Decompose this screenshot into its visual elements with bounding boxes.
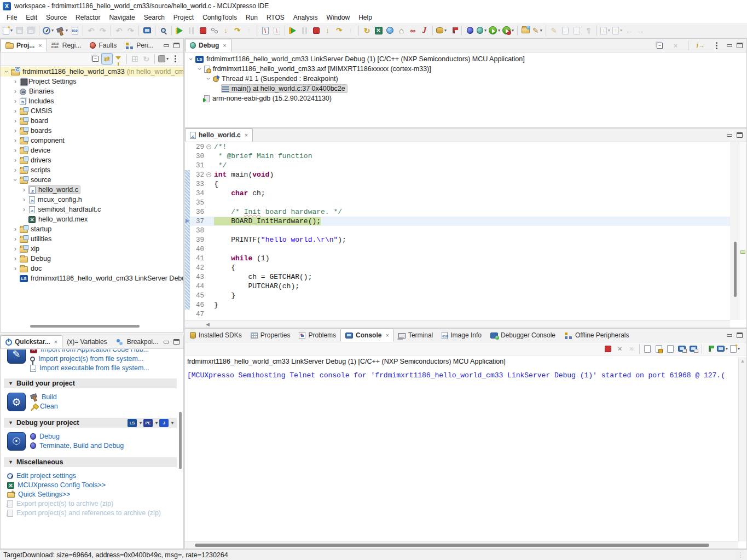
expand-arrow-icon[interactable]: › (11, 117, 19, 125)
dropdown-arrow-icon[interactable]: ▾ (155, 421, 158, 425)
tree-item[interactable]: LSfrdmimxrt1186_hello_world_cm33 LinkSer… (1, 273, 183, 283)
adobe-tool-button[interactable]: J (419, 24, 430, 37)
clear-console-button[interactable] (642, 342, 653, 355)
tree-item-content[interactable]: frdmimxrt1186_hello_world_cm33(in hello_… (10, 68, 183, 75)
minimize-button[interactable] (727, 334, 732, 337)
code-line-45[interactable]: 45 } (185, 291, 730, 300)
probe-button-j[interactable]: J (159, 419, 169, 427)
close-icon[interactable]: × (245, 132, 248, 138)
menu-search[interactable]: Search (140, 13, 169, 22)
step-over-alt-button[interactable]: ↷ (333, 24, 345, 37)
terminate-button[interactable] (197, 24, 209, 37)
dropdown-arrow-icon[interactable]: ▾ (608, 28, 610, 33)
expand-arrow-icon[interactable]: › (11, 166, 19, 174)
section-header-debug-your-project[interactable]: ▼Debug your projectLS▾PE▾J▾ (4, 418, 177, 428)
filter-button[interactable] (113, 53, 124, 65)
menu-analysis[interactable]: Analysis (289, 13, 322, 22)
build-project-button[interactable]: ▾ (55, 24, 69, 37)
tree-item[interactable]: ›scripts (1, 165, 183, 175)
tree-item-content[interactable]: board (19, 117, 50, 125)
expand-arrow-icon[interactable]: › (11, 156, 19, 164)
dropdown-arrow-icon[interactable]: ▾ (540, 28, 542, 33)
expand-arrow-icon[interactable]: › (11, 127, 19, 135)
code-line-43[interactable]: 43 ch = GETCHAR(); (185, 272, 730, 282)
tree-item-content[interactable]: boards (19, 127, 53, 135)
editor-horizontal-scrollbar[interactable]: ◀ (185, 320, 730, 328)
tab-offline-peripherals[interactable]: Offline Peripherals (560, 329, 634, 342)
fold-marker-icon[interactable]: − (206, 144, 211, 149)
expand-arrow-icon[interactable]: › (11, 147, 19, 154)
launch-configurations-button[interactable]: ▾ (42, 24, 55, 37)
scrollbar-thumb[interactable] (30, 325, 140, 328)
close-icon[interactable]: × (38, 42, 42, 49)
link-quick-settings[interactable]: Quick Settings>> (7, 491, 161, 498)
link-clean[interactable]: Clean (30, 402, 58, 410)
tree-item-content[interactable]: startup (19, 225, 53, 233)
link-debug[interactable]: Debug (30, 433, 124, 440)
tree-item-content[interactable]: doc (19, 265, 43, 272)
word-wrap-button[interactable] (665, 342, 676, 355)
collapse-arrow-icon[interactable]: › (3, 68, 10, 75)
minimize-button[interactable] (727, 134, 732, 137)
section-header-miscellaneous[interactable]: ▼Miscellaneous (4, 457, 177, 467)
code-line-44[interactable]: 44 PUTCHAR(ch); (185, 282, 730, 291)
tree-item[interactable]: ›board (1, 116, 183, 126)
refresh-debug-button[interactable]: ↻ (361, 24, 373, 37)
tab-problems[interactable]: Problems (294, 329, 340, 342)
dropdown-arrow-icon[interactable]: ▾ (620, 28, 622, 33)
menu-rtos[interactable]: RTOS (262, 13, 289, 22)
terminate-alt-button[interactable] (310, 24, 322, 37)
expand-arrow-icon[interactable]: › (11, 245, 19, 253)
terminate-console-button[interactable] (603, 342, 614, 355)
search-button[interactable] (158, 24, 169, 37)
tree-item[interactable]: ›source (1, 175, 183, 185)
display-selected-console-button[interactable]: ▾ (716, 342, 729, 355)
tree-item-content[interactable]: Project Settings (19, 78, 78, 85)
tab-console[interactable]: Console× (340, 329, 394, 342)
minimize-button[interactable] (164, 341, 169, 343)
step-into-alt-button[interactable]: ↓ (322, 24, 333, 37)
menu-edit[interactable]: Edit (21, 13, 42, 22)
code-line-42[interactable]: 42 { (185, 263, 730, 272)
expand-arrow-icon[interactable]: › (20, 206, 28, 213)
link-import-project-s-from-file-system[interactable]: Import project(s) from file system... (30, 355, 149, 363)
tab-faults[interactable]: Faults (85, 39, 121, 52)
section-collapse-icon[interactable]: ▼ (8, 381, 13, 386)
working-set-button[interactable]: ▾ (157, 53, 170, 65)
current-line-marker[interactable] (740, 250, 745, 254)
section-collapse-icon[interactable]: ▼ (8, 459, 13, 465)
expand-arrow-icon[interactable]: › (20, 186, 28, 194)
minimize-button[interactable] (727, 44, 732, 47)
menu-window[interactable]: Window (322, 13, 355, 22)
tree-item-content[interactable]: drivers (19, 156, 53, 164)
instruction-stepping-button[interactable]: i→ (695, 39, 707, 52)
expand-arrow-icon[interactable]: › (11, 265, 19, 272)
tree-item-content[interactable]: source (19, 176, 53, 184)
dropdown-arrow-icon[interactable]: ▾ (484, 28, 487, 33)
code-line-40[interactable]: 40 (185, 244, 730, 254)
tree-item[interactable]: ›xip (1, 244, 183, 254)
menu-source[interactable]: Source (42, 13, 71, 22)
tree-item-content[interactable]: hello_world.c (28, 185, 80, 194)
step-over-button[interactable]: ↷ (231, 24, 243, 37)
code-line-29[interactable]: 29−/*! (185, 142, 730, 151)
code-line-30[interactable]: 30 * @brief Main function (185, 151, 730, 161)
tree-item[interactable]: ›utilities (1, 234, 183, 244)
fold-column[interactable]: − (205, 172, 212, 177)
pin-target-button[interactable] (448, 24, 459, 37)
horizontal-sash[interactable] (0, 332, 184, 335)
tree-item[interactable]: ›semihost_hardfault.c (1, 205, 183, 214)
tree-item-content[interactable]: LSfrdmimxrt1186_hello_world_cm33 LinkSer… (19, 275, 183, 282)
tree-item[interactable]: ›startup (1, 224, 183, 234)
code-line-39[interactable]: 39 PRINTF("hello world.\r\n"); (185, 235, 730, 244)
tree-item-content[interactable]: Binaries (19, 88, 55, 95)
sdk-package-button[interactable]: ▾ (435, 24, 448, 37)
fold-marker-icon[interactable]: − (206, 172, 211, 177)
link-import-executable-from-file-system[interactable]: Import executable from file system... (30, 364, 149, 372)
show-on-stderr-button[interactable] (688, 342, 699, 355)
dropdown-arrow-icon[interactable]: ▾ (498, 28, 500, 33)
code-line-41[interactable]: 41 while (1) (185, 254, 730, 263)
run-button[interactable]: ▾ (488, 24, 501, 37)
open-console-view-button[interactable] (141, 24, 153, 37)
collapse-arrow-icon[interactable]: › (187, 55, 195, 63)
